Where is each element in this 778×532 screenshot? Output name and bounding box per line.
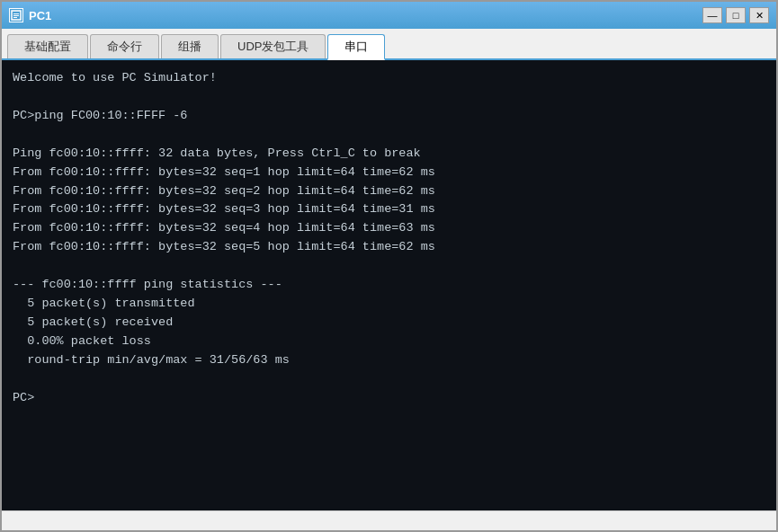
tab-bar: 基础配置 命令行 组播 UDP发包工具 串口 [2,29,776,60]
svg-rect-3 [13,17,17,18]
svg-rect-1 [13,13,19,14]
terminal-content: Welcome to use PC Simulator! PC>ping FC0… [13,69,765,408]
status-bar [2,510,776,530]
maximize-button[interactable]: □ [726,7,746,23]
tab-multicast[interactable]: 组播 [161,34,219,58]
window-title: PC1 [29,9,51,22]
tab-serial[interactable]: 串口 [327,34,385,60]
tab-basic-config[interactable]: 基础配置 [7,34,88,58]
terminal-area[interactable]: Welcome to use PC Simulator! PC>ping FC0… [2,60,776,510]
close-button[interactable]: ✕ [749,7,769,23]
minimize-button[interactable]: — [702,7,722,23]
title-controls: — □ ✕ [702,7,769,23]
title-bar: PC1 — □ ✕ [2,2,776,29]
title-bar-left: PC1 [9,8,51,22]
svg-rect-2 [13,15,19,16]
tab-udp-tool[interactable]: UDP发包工具 [220,34,326,58]
main-window: PC1 — □ ✕ 基础配置 命令行 组播 UDP发包工具 串口 Welcome… [0,0,778,532]
tab-command-line[interactable]: 命令行 [90,34,159,58]
window-icon [9,8,23,22]
